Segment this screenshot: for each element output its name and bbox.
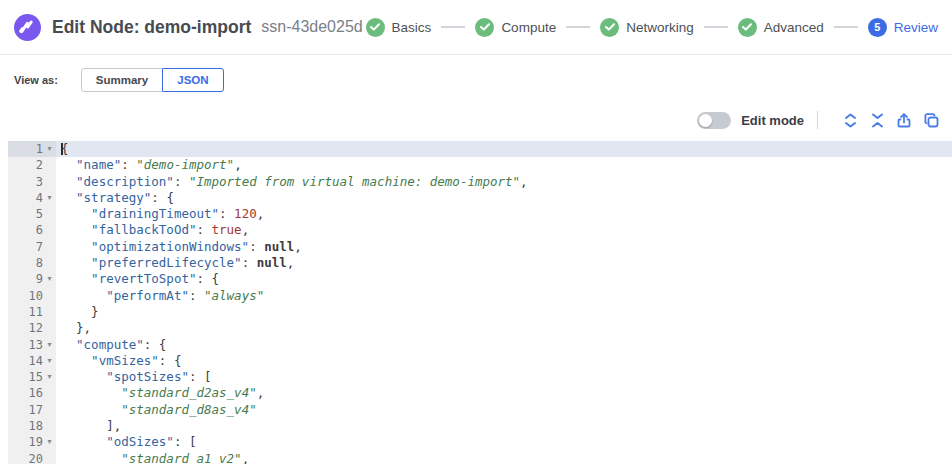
code-line[interactable]: 8 "preferredLifecycle": null, [8,255,952,271]
gutter-cell: 6 [8,222,56,238]
step-label: Compute [501,20,556,35]
gutter-cell: 16 [8,385,56,401]
expand-all-icon[interactable] [842,112,858,128]
step-label: Advanced [764,20,824,35]
code-line[interactable]: 15▾ "spotSizes": [ [8,369,952,385]
code-line[interactable]: 12 }, [8,320,952,336]
gutter-cell: 11 [8,304,56,320]
code-line[interactable]: 9▾ "revertToSpot": { [8,271,952,287]
step-check-icon [475,18,494,37]
code-line[interactable]: 19▾ "odSizes": [ [8,434,952,450]
fold-arrow-icon[interactable]: ▾ [43,369,56,385]
code-text[interactable]: "spotSizes": [ [56,369,952,385]
toggle-knob [699,114,712,127]
gutter-cell: 17 [8,402,56,418]
gutter-cell: 12 [8,320,56,336]
code-text[interactable]: "compute": { [56,337,952,353]
spot-logo-icon [14,14,41,41]
editor-toolbar: Edit mode [0,106,952,134]
code-line[interactable]: 5 "drainingTimeout": 120, [8,206,952,222]
step-advanced[interactable]: Advanced [738,18,824,37]
code-text[interactable]: "standard_a1_v2", [56,451,952,464]
code-line[interactable]: 11 } [8,304,952,320]
code-line[interactable]: 4▾ "strategy": { [8,190,952,206]
fold-arrow-icon[interactable]: ▾ [43,271,56,287]
step-review[interactable]: 5Review [868,18,938,37]
code-line[interactable]: 3 "description": "Imported from virtual … [8,174,952,190]
code-text[interactable]: "description": "Imported from virtual ma… [56,174,952,190]
code-text[interactable]: "optimizationWindows": null, [56,239,952,255]
line-number: 16 [8,385,43,401]
export-icon[interactable] [896,112,912,128]
code-line[interactable]: 16 "standard_d2as_v4", [8,385,952,401]
gutter-cell: 9▾ [8,271,56,287]
step-check-icon [366,18,385,37]
code-line[interactable]: 1▾{ [8,141,952,157]
code-line[interactable]: 13▾ "compute": { [8,337,952,353]
code-text[interactable]: "preferredLifecycle": null, [56,255,952,271]
gutter-cell: 10 [8,288,56,304]
code-line[interactable]: 17 "standard_d8as_v4" [8,402,952,418]
gutter-cell: 7 [8,239,56,255]
line-number: 2 [8,157,43,173]
view-as-summary-button[interactable]: Summary [81,68,163,92]
page-title: Edit Node: demo-import [52,17,251,38]
code-line[interactable]: 2 "name": "demo-import", [8,157,952,173]
step-basics[interactable]: Basics [366,18,432,37]
view-as-toggle: SummaryJSON [81,68,224,92]
code-line[interactable]: 10 "performAt": "always" [8,288,952,304]
copy-icon[interactable] [923,112,939,128]
code-text[interactable]: "performAt": "always" [56,288,952,304]
code-text[interactable]: "odSizes": [ [56,434,952,450]
step-compute[interactable]: Compute [475,18,556,37]
code-text[interactable]: "revertToSpot": { [56,271,952,287]
code-text[interactable]: "standard_d8as_v4" [56,402,952,418]
step-number: 5 [868,18,887,37]
node-id: ssn-43de025d [261,18,362,36]
code-text[interactable]: "fallbackToOd": true, [56,222,952,238]
line-number: 13 [8,337,43,353]
view-as-json-button[interactable]: JSON [162,68,223,92]
line-number: 12 [8,320,43,336]
code-text[interactable]: "standard_d2as_v4", [56,385,952,401]
fold-arrow-icon[interactable]: ▾ [43,434,56,450]
edit-mode-label: Edit mode [741,113,804,128]
collapse-all-icon[interactable] [869,112,885,128]
line-number: 3 [8,174,43,190]
step-networking[interactable]: Networking [600,18,694,37]
json-editor[interactable]: 1▾{2 "name": "demo-import",3 "descriptio… [0,141,952,464]
code-text[interactable]: "strategy": { [56,190,952,206]
view-as-label: View as: [14,74,58,86]
code-line[interactable]: 14▾ "vmSizes": { [8,353,952,369]
code-line[interactable]: 7 "optimizationWindows": null, [8,239,952,255]
code-text[interactable]: } [56,304,952,320]
code-text[interactable]: "name": "demo-import", [56,157,952,173]
code-text[interactable]: ], [56,418,952,434]
gutter-cell: 1▾ [8,141,56,157]
line-number: 1 [8,141,43,157]
gutter-cell: 2 [8,157,56,173]
step-check-icon [738,18,757,37]
line-number: 7 [8,239,43,255]
code-text[interactable]: { [56,141,952,157]
line-number: 19 [8,434,43,450]
code-line[interactable]: 6 "fallbackToOd": true, [8,222,952,238]
code-text[interactable]: "drainingTimeout": 120, [56,206,952,222]
code-line[interactable]: 18 ], [8,418,952,434]
gutter-cell: 14▾ [8,353,56,369]
fold-arrow-icon[interactable]: ▾ [43,353,56,369]
gutter-cell: 20 [8,451,56,464]
code-line[interactable]: 20 "standard_a1_v2", [8,451,952,464]
code-text[interactable]: }, [56,320,952,336]
step-check-icon [600,18,619,37]
edit-mode-toggle[interactable] [697,112,731,129]
fold-arrow-icon[interactable]: ▾ [43,190,56,206]
fold-arrow-icon[interactable]: ▾ [43,337,56,353]
line-number: 11 [8,304,43,320]
view-as-row: View as: SummaryJSON [0,68,952,92]
gutter-cell: 5 [8,206,56,222]
step-label: Networking [626,20,694,35]
code-text[interactable]: "vmSizes": { [56,353,952,369]
fold-arrow-icon[interactable]: ▾ [43,141,56,157]
line-number: 17 [8,402,43,418]
